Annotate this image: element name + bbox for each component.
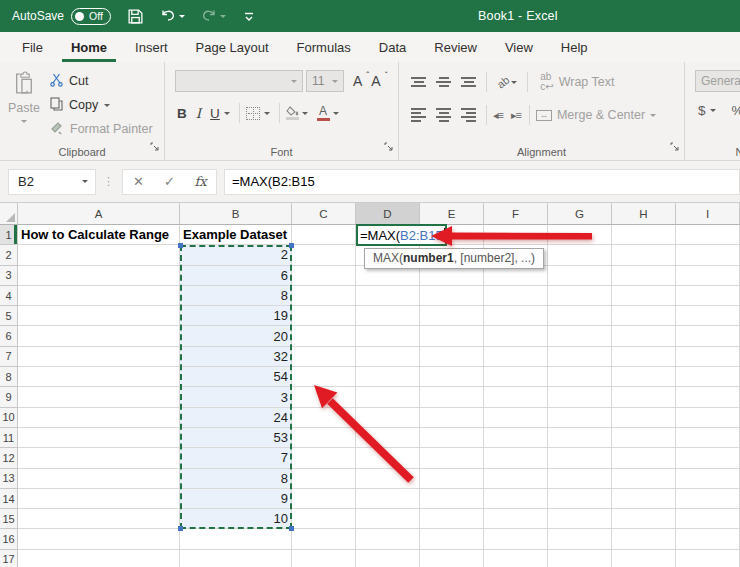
cell-I11[interactable]: [676, 428, 740, 448]
cell-D14[interactable]: [356, 489, 420, 509]
cell-A10[interactable]: [18, 408, 180, 428]
cell-E9[interactable]: [420, 387, 484, 407]
cell-G4[interactable]: [548, 286, 612, 306]
cell-F16[interactable]: [484, 529, 548, 549]
cell-C15[interactable]: [292, 509, 356, 529]
cancel-icon[interactable]: ✕: [123, 174, 154, 189]
cell-H12[interactable]: [612, 448, 676, 468]
cell-E11[interactable]: [420, 428, 484, 448]
cell-B10[interactable]: 24: [180, 408, 292, 428]
row-header-15[interactable]: 15: [0, 509, 18, 529]
column-header-A[interactable]: A: [18, 203, 180, 225]
formula-bar-handle[interactable]: ⋮: [103, 175, 115, 188]
cell-B6[interactable]: 20: [180, 326, 292, 346]
underline-dropdown-icon[interactable]: [224, 112, 230, 118]
cell-H15[interactable]: [612, 509, 676, 529]
cell-B14[interactable]: 9: [180, 489, 292, 509]
cell-A6[interactable]: [18, 326, 180, 346]
orientation-dropdown-icon[interactable]: [511, 81, 517, 87]
cell-B15[interactable]: 10: [180, 509, 292, 529]
cell-H6[interactable]: [612, 326, 676, 346]
align-right-button[interactable]: [461, 108, 476, 122]
cell-A17[interactable]: [18, 550, 180, 567]
cell-D4[interactable]: [356, 286, 420, 306]
cell-E5[interactable]: [420, 306, 484, 326]
row-header-8[interactable]: 8: [0, 367, 18, 387]
tab-data[interactable]: Data: [370, 32, 415, 62]
cell-C1[interactable]: [292, 225, 356, 245]
column-header-C[interactable]: C: [292, 203, 356, 225]
cell-I8[interactable]: [676, 367, 740, 387]
cell-G10[interactable]: [548, 408, 612, 428]
paste-button[interactable]: Paste: [0, 69, 48, 141]
autosave-pill[interactable]: Off: [71, 8, 111, 25]
column-header-D[interactable]: D: [356, 203, 420, 225]
active-cell-editor[interactable]: =MAX(B2:B15: [356, 224, 447, 246]
align-left-button[interactable]: [411, 108, 426, 122]
cell-G13[interactable]: [548, 469, 612, 489]
column-header-F[interactable]: F: [484, 203, 548, 225]
orientation-icon[interactable]: ab: [495, 74, 512, 91]
cell-D15[interactable]: [356, 509, 420, 529]
enter-icon[interactable]: ✓: [154, 174, 185, 189]
cell-I3[interactable]: [676, 266, 740, 286]
underline-button[interactable]: U: [210, 106, 230, 121]
cell-C6[interactable]: [292, 326, 356, 346]
cell-D9[interactable]: [356, 387, 420, 407]
tab-home[interactable]: Home: [62, 32, 116, 62]
cell-A7[interactable]: [18, 347, 180, 367]
row-header-1[interactable]: 1: [0, 225, 18, 245]
cell-G15[interactable]: [548, 509, 612, 529]
cell-F15[interactable]: [484, 509, 548, 529]
cell-E13[interactable]: [420, 469, 484, 489]
column-header-I[interactable]: I: [676, 203, 740, 225]
cell-F14[interactable]: [484, 489, 548, 509]
tab-formulas[interactable]: Formulas: [288, 32, 360, 62]
cell-F5[interactable]: [484, 306, 548, 326]
column-header-G[interactable]: G: [548, 203, 612, 225]
cell-F11[interactable]: [484, 428, 548, 448]
cell-I5[interactable]: [676, 306, 740, 326]
cell-A11[interactable]: [18, 428, 180, 448]
customize-quick-access-toolbar-icon[interactable]: [242, 9, 256, 23]
cell-A1[interactable]: How to Calculate Range: [18, 225, 180, 245]
row-header-14[interactable]: 14: [0, 489, 18, 509]
cell-D12[interactable]: [356, 448, 420, 468]
cell-G2[interactable]: [548, 245, 612, 265]
cell-D10[interactable]: [356, 408, 420, 428]
formula-input[interactable]: =MAX(B2:B15: [224, 169, 740, 195]
cell-D17[interactable]: [356, 550, 420, 567]
cell-D5[interactable]: [356, 306, 420, 326]
cell-H17[interactable]: [612, 550, 676, 567]
number-format-combo[interactable]: General: [695, 70, 740, 92]
name-box[interactable]: B2: [8, 169, 96, 195]
alignment-dialog-launcher-icon[interactable]: [670, 138, 680, 156]
cell-I13[interactable]: [676, 469, 740, 489]
borders-dropdown-icon[interactable]: [264, 112, 270, 118]
cell-I4[interactable]: [676, 286, 740, 306]
tab-view[interactable]: View: [496, 32, 542, 62]
cell-E14[interactable]: [420, 489, 484, 509]
cell-F8[interactable]: [484, 367, 548, 387]
tab-page-layout[interactable]: Page Layout: [187, 32, 278, 62]
fill-color-dropdown-icon[interactable]: [302, 112, 308, 118]
cell-E4[interactable]: [420, 286, 484, 306]
cell-B2[interactable]: 2: [180, 245, 292, 265]
cell-G14[interactable]: [548, 489, 612, 509]
row-header-6[interactable]: 6: [0, 326, 18, 346]
cell-G8[interactable]: [548, 367, 612, 387]
cell-I1[interactable]: [676, 225, 740, 245]
row-header-7[interactable]: 7: [0, 347, 18, 367]
currency-dropdown-icon[interactable]: [710, 109, 716, 115]
cell-A5[interactable]: [18, 306, 180, 326]
decrease-indent-icon[interactable]: ◂≡: [493, 109, 503, 122]
cell-D13[interactable]: [356, 469, 420, 489]
cell-A16[interactable]: [18, 529, 180, 549]
cell-I2[interactable]: [676, 245, 740, 265]
cell-C17[interactable]: [292, 550, 356, 567]
cell-G1[interactable]: [548, 225, 612, 245]
column-header-H[interactable]: H: [612, 203, 676, 225]
tab-help[interactable]: Help: [552, 32, 597, 62]
bold-button[interactable]: B: [177, 106, 187, 121]
top-align-button[interactable]: [411, 77, 426, 87]
